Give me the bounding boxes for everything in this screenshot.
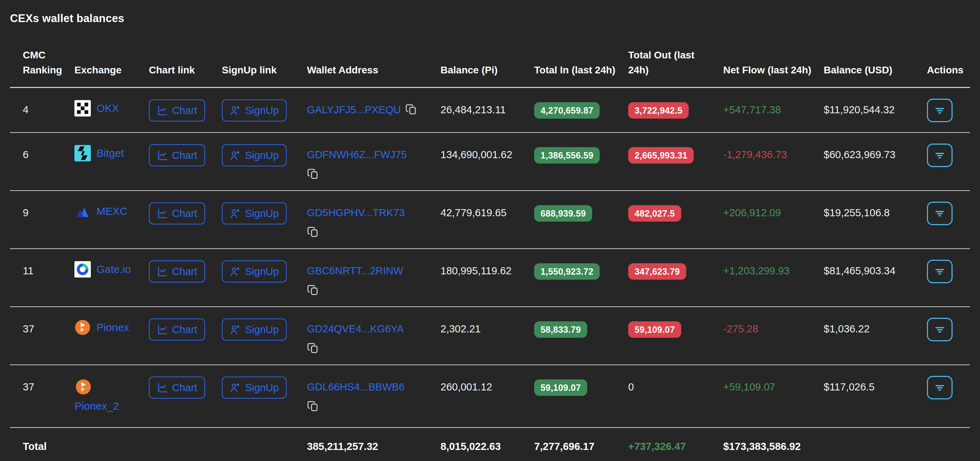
cmc-ranking-value: 6 bbox=[23, 149, 29, 160]
copy-icon bbox=[307, 168, 319, 180]
column-header-total-out-last-24h: Total Out (last 24h) bbox=[628, 25, 723, 88]
wallet-address-link[interactable]: GALYJFJ5...PXEQU bbox=[307, 104, 401, 115]
balance-usd-value: $1,036.22 bbox=[824, 323, 870, 335]
chart-link-button[interactable]: Chart bbox=[149, 203, 205, 225]
chart-link-button[interactable]: Chart bbox=[149, 319, 205, 341]
table-row: 9MEXCChartSignUpGD5HGPHV...TRK7342,779,6… bbox=[10, 191, 970, 249]
exchange-cell: Gate.io bbox=[75, 260, 140, 279]
cmc-ranking-value: 11 bbox=[23, 265, 33, 276]
exchange-link[interactable]: OKX bbox=[97, 99, 119, 118]
filter-icon bbox=[933, 381, 946, 394]
chart-link-button[interactable]: Chart bbox=[149, 99, 205, 121]
column-header-signup-link: SignUp link bbox=[222, 25, 307, 88]
user-plus-icon bbox=[230, 208, 241, 219]
row-actions-button[interactable] bbox=[927, 260, 953, 283]
copy-address-button[interactable] bbox=[405, 103, 417, 115]
chart-link-button[interactable]: Chart bbox=[149, 144, 205, 166]
row-actions-button[interactable] bbox=[927, 99, 953, 122]
wallet-address-link[interactable]: GDFNWH6Z...FWJ75 bbox=[307, 149, 407, 160]
net-flow-value: +547,717.38 bbox=[723, 104, 781, 115]
copy-address-button[interactable] bbox=[307, 284, 319, 296]
column-header-balance-pi: Balance (Pi) bbox=[441, 25, 534, 88]
wallet-address-link[interactable]: GDL66HS4...BBWB6 bbox=[307, 381, 404, 392]
exchange-link[interactable]: Pionex_2 bbox=[75, 400, 119, 412]
total-in-badge: 58,833.79 bbox=[534, 321, 587, 338]
copy-address-button[interactable] bbox=[307, 400, 319, 412]
chart-link-button[interactable]: Chart bbox=[149, 376, 205, 399]
signup-link-button[interactable]: SignUp bbox=[222, 203, 287, 225]
column-header-actions: Actions bbox=[927, 25, 970, 88]
total-in-badge: 59,109.07 bbox=[534, 380, 587, 396]
copy-address-button[interactable] bbox=[307, 226, 319, 238]
chart-icon bbox=[157, 324, 168, 335]
copy-icon bbox=[307, 400, 319, 412]
bitget-logo-icon bbox=[75, 145, 91, 161]
balance-pi-value: 42,779,619.65 bbox=[441, 207, 506, 219]
balance-pi-value: 260,001.12 bbox=[441, 381, 492, 392]
exchange-cell: OKX bbox=[75, 99, 140, 118]
cmc-ranking-value: 37 bbox=[23, 323, 34, 335]
signup-link-button[interactable]: SignUp bbox=[222, 144, 287, 166]
exchange-link[interactable]: MEXC bbox=[97, 202, 127, 221]
signup-link-button[interactable]: SignUp bbox=[222, 319, 287, 341]
copy-icon bbox=[307, 284, 319, 296]
balance-usd-value: $81,465,903.34 bbox=[824, 265, 896, 276]
balance-usd-value: $60,623,969.73 bbox=[824, 149, 896, 160]
table-row: 37PionexChartSignUpGD24QVE4...KG6YA2,302… bbox=[10, 307, 970, 365]
gateio-logo-icon bbox=[75, 261, 91, 278]
chart-icon bbox=[157, 382, 168, 393]
signup-link-button[interactable]: SignUp bbox=[222, 99, 287, 121]
exchange-cell: Pionex_2 bbox=[75, 379, 140, 417]
user-plus-icon bbox=[230, 324, 241, 335]
row-actions-button[interactable] bbox=[927, 202, 953, 225]
net-flow-value: +206,912.09 bbox=[723, 207, 781, 219]
row-actions-button[interactable] bbox=[927, 318, 953, 341]
net-flow-value: -1,279,436.73 bbox=[723, 149, 787, 160]
copy-icon bbox=[307, 226, 319, 238]
column-header-net-flow-last-24h: Net Flow (last 24h) bbox=[723, 25, 824, 88]
table-header-row: CMC RankingExchangeChart linkSignUp link… bbox=[10, 25, 970, 88]
total-out-badge: 3,722,942.5 bbox=[628, 102, 689, 119]
total-in-badge: 1,550,923.72 bbox=[534, 263, 600, 280]
table-row: 37Pionex_2ChartSignUpGDL66HS4...BBWB6260… bbox=[10, 365, 970, 428]
exchange-link[interactable]: Gate.io bbox=[97, 260, 131, 279]
user-plus-icon bbox=[230, 150, 241, 161]
table-row: 11Gate.ioChartSignUpGBC6NRTT...2RINW180,… bbox=[10, 249, 970, 307]
cmc-ranking-value: 4 bbox=[23, 104, 29, 115]
exchange-link[interactable]: Pionex bbox=[97, 318, 129, 337]
chart-link-button[interactable]: Chart bbox=[149, 260, 205, 282]
pionex-logo-icon bbox=[75, 319, 91, 336]
filter-icon bbox=[933, 104, 946, 117]
wallet-address-link[interactable]: GD5HGPHV...TRK73 bbox=[307, 207, 405, 219]
balance-usd-value: $19,255,106.8 bbox=[824, 207, 889, 219]
page: CEXs wallet balances CMC RankingExchange… bbox=[0, 0, 980, 461]
signup-link-button[interactable]: SignUp bbox=[222, 376, 287, 399]
net-flow-value: -275.28 bbox=[723, 323, 758, 335]
exchange-cell: Pionex bbox=[75, 318, 140, 337]
copy-icon bbox=[405, 103, 417, 115]
table-row: 6BitgetChartSignUpGDFNWH6Z...FWJ75134,69… bbox=[10, 132, 970, 191]
filter-icon bbox=[933, 323, 946, 336]
balance-pi-value: 180,995,119.62 bbox=[441, 265, 511, 276]
wallet-address-link[interactable]: GBC6NRTT...2RINW bbox=[307, 265, 403, 276]
exchange-cell: Bitget bbox=[75, 144, 140, 163]
table-row: 4OKXChartSignUpGALYJFJ5...PXEQU26,484,21… bbox=[10, 88, 970, 133]
okx-logo-icon bbox=[75, 100, 91, 116]
wallet-address-link[interactable]: GD24QVE4...KG6YA bbox=[307, 323, 404, 335]
balance-pi-value: 26,484,213.11 bbox=[441, 104, 506, 115]
pionex-logo-icon bbox=[75, 379, 92, 395]
column-header-total-in-last-24h: Total In (last 24h) bbox=[534, 25, 628, 88]
row-actions-button[interactable] bbox=[927, 144, 953, 167]
copy-address-button[interactable] bbox=[307, 342, 319, 354]
cmc-ranking-value: 37 bbox=[23, 381, 34, 392]
copy-address-button[interactable] bbox=[307, 168, 319, 180]
total-out-value: 0 bbox=[628, 381, 634, 392]
row-actions-button[interactable] bbox=[927, 376, 953, 399]
column-header-chart-link: Chart link bbox=[149, 25, 222, 88]
user-plus-icon bbox=[230, 266, 241, 277]
total-out-sum-value: 7,277,696.17 bbox=[534, 441, 594, 452]
balance-usd-value: $11,920,544.32 bbox=[824, 104, 894, 115]
exchange-link[interactable]: Bitget bbox=[97, 144, 124, 163]
signup-link-button[interactable]: SignUp bbox=[222, 260, 287, 282]
filter-icon bbox=[933, 149, 946, 162]
